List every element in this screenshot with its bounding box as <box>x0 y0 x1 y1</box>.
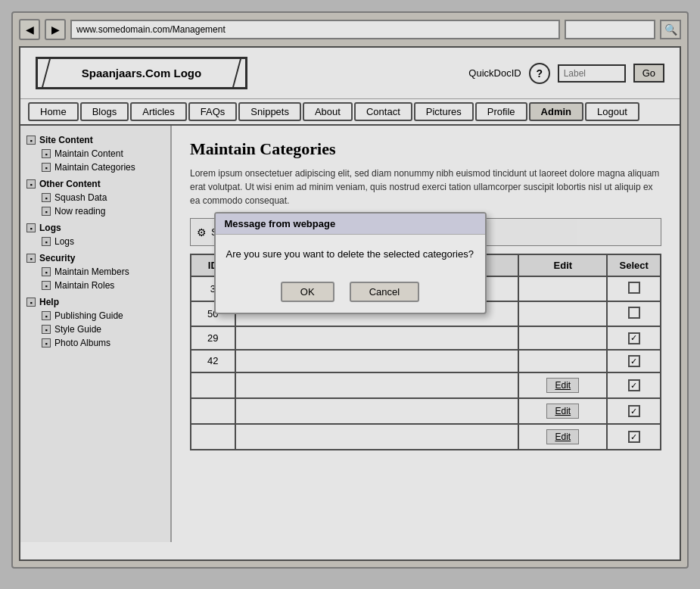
modal-title: Message from webpage <box>216 213 485 235</box>
modal-cancel-button[interactable]: Cancel <box>350 282 419 302</box>
page-wrapper: Spaanjaars.Com Logo QuickDocID ? Go Home… <box>19 46 681 561</box>
modal-footer: OK Cancel <box>216 274 485 313</box>
modal-dialog: Message from webpage Are you sure you wa… <box>214 212 487 314</box>
modal-message: Are you sure you want to delete the sele… <box>226 247 474 262</box>
content-area: Maintain Categories Lorem ipsum onsectet… <box>172 126 680 542</box>
browser-window: ◀ ▶ 🔍 Spaanjaars.Com Logo QuickDocID ? G… <box>11 11 689 569</box>
modal-ok-button[interactable]: OK <box>281 282 334 302</box>
modal-overlay: Message from webpage Are you sure you wa… <box>0 0 700 580</box>
modal-body: Are you sure you want to delete the sele… <box>216 235 485 274</box>
main-content: ▪ Site Content ▪ Maintain Content ▪ Main… <box>20 126 680 542</box>
